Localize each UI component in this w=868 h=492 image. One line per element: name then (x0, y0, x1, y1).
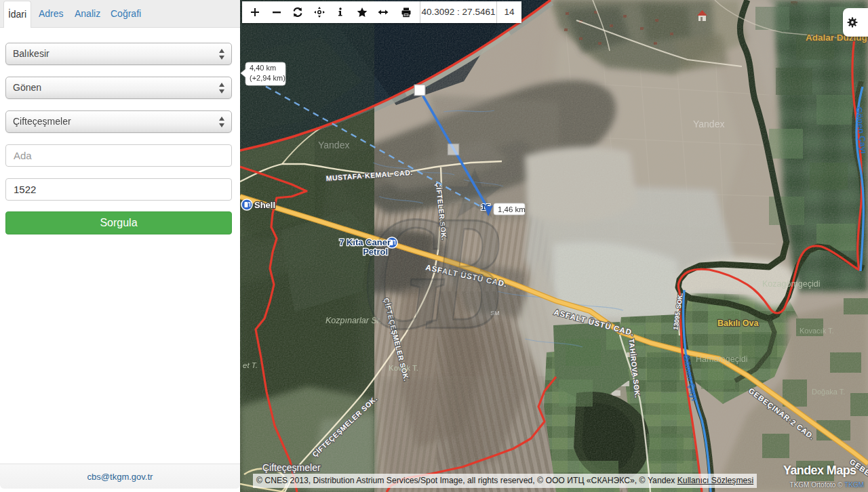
svg-text:Kovak T.: Kovak T. (389, 364, 418, 372)
svg-text:Çifteçeşmeler: Çifteçeşmeler (262, 462, 321, 473)
svg-text:4,40 km: 4,40 km (250, 64, 276, 72)
svg-text:et T.: et T. (243, 361, 258, 369)
svg-text:Doğaka T.: Doğaka T. (812, 388, 845, 396)
svg-text:Bakılı Ova: Bakılı Ova (717, 319, 759, 328)
svg-text:Yandex: Yandex (693, 119, 724, 129)
svg-text:(+2,94 km): (+2,94 km) (250, 74, 285, 82)
svg-text:GB: GB (363, 182, 499, 363)
svg-text:7 Kıta Caner: 7 Kıta Caner (339, 237, 391, 247)
svg-text:Yandex: Yandex (318, 140, 349, 150)
svg-text:Shell: Shell (254, 200, 275, 210)
svg-text:SM: SM (490, 310, 500, 316)
svg-text:Kovacık T.: Kovacık T. (800, 327, 834, 335)
svg-text:Kozagömgeçidi: Kozagömgeçidi (762, 279, 820, 289)
svg-text:Hamamgeçidi: Hamamgeçidi (696, 354, 747, 364)
svg-text:1,46 km: 1,46 km (498, 205, 526, 213)
svg-text:Petrol: Petrol (363, 247, 388, 257)
